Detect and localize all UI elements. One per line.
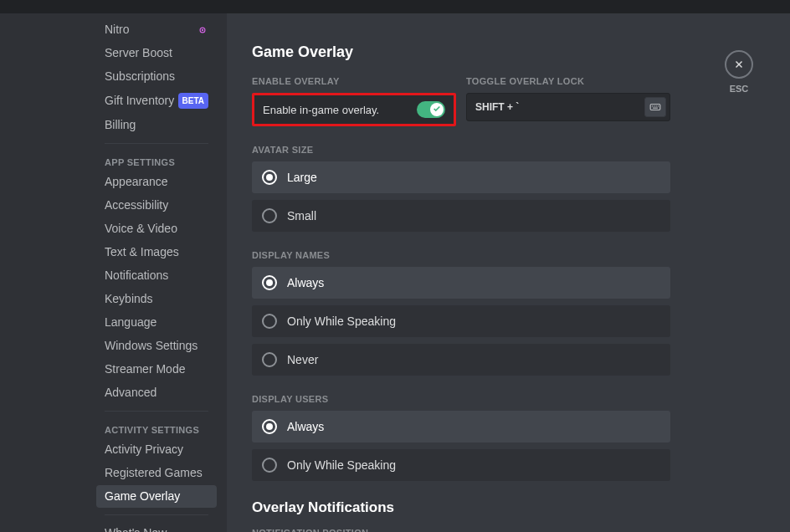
nitro-icon [197,24,208,36]
avatar-size-group: LargeSmall [252,161,670,232]
radio-circle [262,170,277,185]
sidebar-item-label: Game Overlay [105,489,180,504]
window-titlebar [0,0,790,13]
sidebar-item-windows-settings[interactable]: Windows Settings [96,335,217,357]
sidebar-header-activity: ACTIVITY SETTINGS [96,418,217,438]
enable-overlay-row: Enable in-game overlay. [252,93,456,126]
display-names-option-always[interactable]: Always [252,267,670,299]
sidebar-item-streamer-mode[interactable]: Streamer Mode [96,358,217,381]
keybind-field[interactable]: SHIFT + ` [466,93,670,121]
sidebar-item-keybinds[interactable]: Keybinds [96,288,217,310]
close-area: ESC [725,50,753,94]
svg-rect-4 [654,105,654,106]
sidebar-item-label: Subscriptions [105,69,175,84]
display-names-option-never[interactable]: Never [252,344,670,376]
display-names-option-only-while-speaking[interactable]: Only While Speaking [252,305,670,337]
display-users-group: AlwaysOnly While Speaking [252,411,670,481]
sidebar-item-server-boost[interactable]: Server Boost [96,42,217,64]
sidebar-divider [105,514,208,515]
svg-rect-2 [650,105,660,110]
notification-position-header: NOTIFICATION POSITION [252,528,670,532]
radio-label: Large [287,171,317,184]
enable-overlay-label: Enable in-game overlay. [263,104,379,116]
radio-dot [266,174,273,181]
radio-label: Always [287,420,324,433]
radio-circle [262,314,277,329]
check-icon [433,105,441,113]
sidebar-item-label: Appearance [105,175,168,189]
radio-label: Small [287,209,316,223]
display-names-header: DISPLAY NAMES [252,250,670,260]
sidebar-item-notifications[interactable]: Notifications [96,264,217,287]
page-title: Game Overlay [252,43,670,61]
keybind-record-button[interactable] [644,97,666,117]
radio-label: Never [287,353,318,366]
display-names-group: AlwaysOnly While SpeakingNever [252,267,670,376]
beta-badge: BETA [178,93,208,109]
close-label: ESC [730,84,749,94]
sidebar-item-label: Keybinds [105,292,153,306]
sidebar-item-label: Language [105,315,156,330]
keyboard-icon [649,101,661,113]
sidebar-item-label: Accessibility [105,198,168,212]
enable-overlay-toggle[interactable] [417,101,445,118]
enable-overlay-header: ENABLE OVERLAY [252,76,456,86]
sidebar-item-label: Billing [105,118,136,132]
sidebar-item-subscriptions[interactable]: Subscriptions [96,65,217,88]
sidebar-item-label: Windows Settings [105,339,198,353]
sidebar-divider [105,143,208,144]
sidebar-item-game-overlay[interactable]: Game Overlay [96,485,217,508]
avatar-size-option-large[interactable]: Large [252,161,670,193]
radio-dot [266,423,273,430]
radio-label: Always [287,276,324,289]
sidebar-item-label: What's New [105,526,167,532]
sidebar-divider [105,411,208,412]
sidebar-item-accessibility[interactable]: Accessibility [96,194,217,217]
sidebar-item-label: Advanced [105,386,156,400]
sidebar-item-billing[interactable]: Billing [96,114,217,136]
svg-point-1 [202,28,203,30]
radio-circle [262,208,277,223]
sidebar-item-text-images[interactable]: Text & Images [96,241,217,263]
close-icon [733,59,745,70]
radio-circle [262,458,277,473]
close-button[interactable] [725,50,753,79]
settings-content: Game Overlay ENABLE OVERLAY Enable in-ga… [227,13,790,532]
radio-dot [266,279,273,286]
sidebar-item-nitro[interactable]: Nitro [96,18,217,41]
sidebar-item-advanced[interactable]: Advanced [96,381,217,404]
svg-rect-6 [658,105,659,106]
display-users-option-always[interactable]: Always [252,411,670,442]
sidebar-item-gift-inventory[interactable]: Gift InventoryBETA [96,89,217,113]
display-users-header: DISPLAY USERS [252,394,670,404]
radio-circle [262,275,277,290]
svg-rect-3 [652,105,653,106]
sidebar-item-activity-privacy[interactable]: Activity Privacy [96,438,217,461]
svg-rect-7 [653,108,658,109]
radio-label: Only While Speaking [287,458,396,472]
radio-circle [262,352,277,367]
radio-label: Only While Speaking [287,315,396,328]
radio-circle [262,419,277,434]
sidebar-item-label: Nitro [105,23,130,37]
display-users-option-only-while-speaking[interactable]: Only While Speaking [252,449,670,481]
sidebar-item-label: Text & Images [105,245,179,259]
sidebar-item-what-s-new[interactable]: What's New [96,522,217,532]
sidebar-item-label: Gift Inventory [105,94,174,108]
sidebar-item-language[interactable]: Language [96,311,217,334]
keybind-value: SHIFT + ` [475,101,519,113]
sidebar-item-appearance[interactable]: Appearance [96,171,217,193]
avatar-size-option-small[interactable]: Small [252,200,670,232]
sidebar-header-app: APP SETTINGS [96,151,217,171]
sidebar-item-label: Registered Games [105,466,203,480]
sidebar-item-label: Notifications [105,269,168,283]
avatar-size-header: AVATAR SIZE [252,145,670,155]
sidebar-item-registered-games[interactable]: Registered Games [96,462,217,484]
overlay-notifications-title: Overlay Notifications [252,499,670,516]
sidebar-item-voice-video[interactable]: Voice & Video [96,217,217,240]
settings-sidebar: NitroServer BoostSubscriptionsGift Inven… [0,13,227,532]
sidebar-item-label: Streamer Mode [105,362,185,376]
sidebar-item-label: Activity Privacy [105,442,183,457]
sidebar-item-label: Server Boost [105,46,172,60]
toggle-lock-header: TOGGLE OVERLAY LOCK [466,76,670,86]
